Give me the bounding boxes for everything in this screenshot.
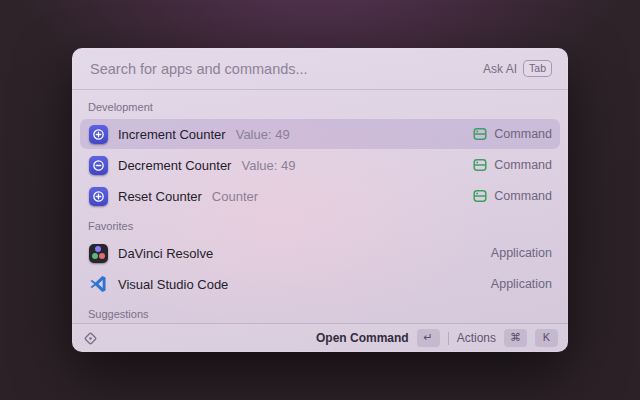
footer-divider bbox=[448, 332, 449, 345]
list-item-reset-counter[interactable]: Reset Counter Counter Command bbox=[80, 181, 560, 211]
item-subtitle: Value: 49 bbox=[236, 127, 290, 142]
command-icon bbox=[473, 127, 487, 141]
enter-key-badge: ↵ bbox=[417, 329, 440, 346]
list-item-decrement-counter[interactable]: Decrement Counter Value: 49 Command bbox=[80, 150, 560, 180]
item-type-label: Application bbox=[491, 246, 552, 260]
item-accessory: Command bbox=[473, 158, 552, 172]
footer-bar: Open Command ↵ Actions ⌘ K bbox=[72, 323, 568, 352]
item-accessory: Application bbox=[491, 246, 552, 260]
counter-reset-icon bbox=[88, 186, 108, 206]
list-item-increment-counter[interactable]: Increment Counter Value: 49 Command bbox=[80, 119, 560, 149]
item-accessory: Command bbox=[473, 127, 552, 141]
item-title: DaVinci Resolve bbox=[118, 246, 213, 261]
search-input[interactable] bbox=[88, 60, 473, 78]
list-item-davinci-resolve[interactable]: DaVinci Resolve Application bbox=[80, 238, 560, 268]
item-title: Visual Studio Code bbox=[118, 277, 228, 292]
item-type-label: Command bbox=[494, 127, 552, 141]
open-command-button[interactable]: Open Command bbox=[316, 331, 409, 345]
command-icon bbox=[473, 189, 487, 203]
actions-button[interactable]: Actions bbox=[457, 331, 496, 345]
tab-key-badge: Tab bbox=[523, 60, 552, 78]
section-header-favorites: Favorites bbox=[80, 212, 560, 238]
ask-ai-label: Ask AI bbox=[483, 62, 517, 76]
results-list: Development Increment Counter Value: 49 … bbox=[72, 90, 568, 323]
search-bar: Ask AI Tab bbox=[72, 48, 568, 89]
section-header-development: Development bbox=[80, 93, 560, 119]
counter-plus-icon bbox=[88, 124, 108, 144]
item-title: Decrement Counter bbox=[118, 158, 231, 173]
item-type-label: Application bbox=[491, 277, 552, 291]
command-icon bbox=[473, 158, 487, 172]
vscode-icon bbox=[88, 274, 108, 294]
davinci-resolve-icon bbox=[88, 243, 108, 263]
list-item-visual-studio-code[interactable]: Visual Studio Code Application bbox=[80, 269, 560, 299]
item-type-label: Command bbox=[494, 189, 552, 203]
item-title: Reset Counter bbox=[118, 189, 202, 204]
cmd-key-badge: ⌘ bbox=[504, 329, 527, 346]
section-header-suggestions: Suggestions bbox=[80, 300, 560, 323]
item-subtitle: Value: 49 bbox=[241, 158, 295, 173]
ask-ai-button[interactable]: Ask AI Tab bbox=[483, 60, 552, 78]
counter-minus-icon bbox=[88, 155, 108, 175]
item-accessory: Command bbox=[473, 189, 552, 203]
item-title: Increment Counter bbox=[118, 127, 226, 142]
k-key-badge: K bbox=[535, 329, 558, 346]
item-accessory: Application bbox=[491, 277, 552, 291]
raycast-logo-icon bbox=[82, 330, 99, 347]
item-subtitle: Counter bbox=[212, 189, 258, 204]
item-type-label: Command bbox=[494, 158, 552, 172]
launcher-window: Ask AI Tab Development Increment Counter… bbox=[72, 48, 568, 352]
